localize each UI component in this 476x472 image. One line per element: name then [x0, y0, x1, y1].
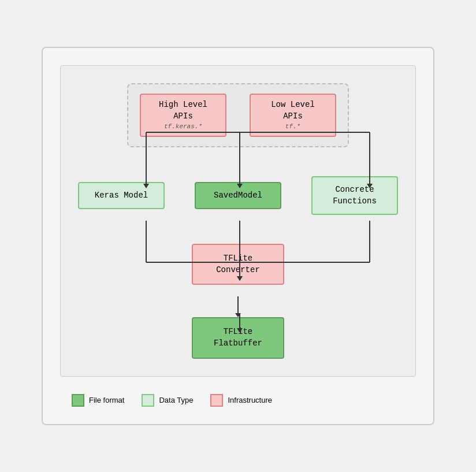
high-level-apis-subtitle: tf.keras.* [150, 122, 216, 131]
saved-model-box: SavedModel [195, 182, 281, 210]
saved-model-label: SavedModel [202, 190, 274, 202]
legend-box-infrastructure [210, 394, 223, 407]
tflite-flatbuffer-line2: Flatbuffer [199, 338, 277, 350]
outer-container: High Level APIs tf.keras.* Low Level API… [42, 47, 434, 425]
legend-label-data-type: Data Type [159, 396, 193, 404]
concrete-functions-line2: Functions [318, 196, 391, 207]
tflite-converter-box: TFLite Converter [192, 244, 284, 285]
legend-label-file-format: File format [89, 396, 124, 404]
high-level-apis-label: High Level APIs [150, 99, 216, 122]
high-level-apis-box: High Level APIs tf.keras.* [140, 94, 226, 137]
legend-label-infrastructure: Infrastructure [228, 396, 272, 404]
tflite-flatbuffer-box: TFLite Flatbuffer [192, 317, 284, 358]
legend-item-infrastructure: Infrastructure [210, 394, 272, 407]
low-level-apis-box: Low Level APIs tf.* [250, 94, 336, 137]
tflite-flatbuffer-line1: TFLite [199, 326, 277, 338]
keras-model-label: Keras Model [85, 190, 158, 202]
tflite-converter-line1: TFLite [199, 253, 277, 265]
legend-item-file-format: File format [72, 394, 124, 407]
tflite-converter-line2: Converter [199, 265, 277, 276]
concrete-functions-line1: Concrete [318, 184, 391, 196]
api-group: High Level APIs tf.keras.* Low Level API… [127, 83, 349, 147]
legend-box-data-type [142, 394, 154, 407]
concrete-functions-box: Concrete Functions [311, 176, 398, 215]
low-level-apis-subtitle: tf.* [260, 122, 326, 131]
legend-box-file-format [72, 394, 84, 407]
diagram-area: High Level APIs tf.keras.* Low Level API… [60, 65, 416, 376]
legend: File format Data Type Infrastructure [60, 388, 416, 412]
legend-item-data-type: Data Type [142, 394, 193, 407]
low-level-apis-label: Low Level APIs [260, 99, 326, 122]
keras-model-box: Keras Model [78, 182, 165, 210]
diagram-wrapper: High Level APIs tf.keras.* Low Level API… [60, 65, 416, 376]
